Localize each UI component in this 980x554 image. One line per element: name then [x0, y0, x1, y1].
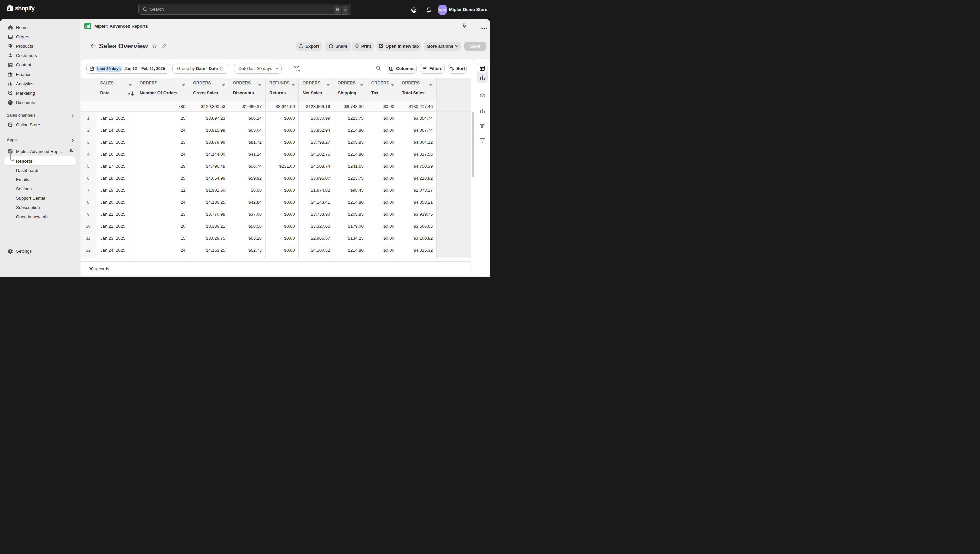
svg-text:shopify: shopify — [15, 5, 35, 12]
